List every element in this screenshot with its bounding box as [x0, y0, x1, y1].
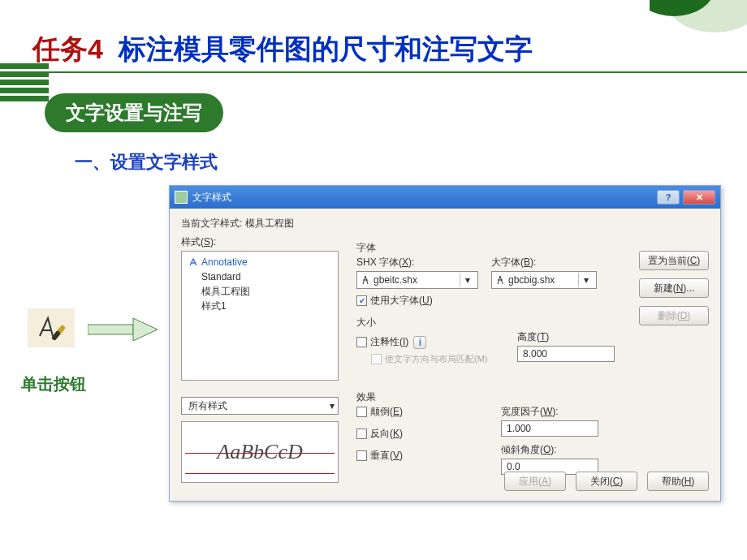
new-button[interactable]: 新建(N)... — [639, 278, 709, 298]
chevron-down-icon: ▾ — [460, 273, 474, 287]
help-button[interactable]: 帮助(H) — [647, 472, 709, 491]
delete-button: 删除(D) — [639, 306, 709, 325]
annotative-icon — [188, 257, 198, 267]
help-titlebar-button[interactable]: ? — [657, 190, 680, 205]
list-item[interactable]: 样式1 — [188, 299, 331, 313]
style-filter-select[interactable]: 所有样式 ▾ — [181, 397, 339, 415]
oblique-angle-label: 倾斜角度(O): — [501, 443, 598, 457]
dialog-title: 文字样式 — [192, 191, 231, 205]
svg-marker-1 — [133, 318, 158, 341]
big-font-select[interactable]: gbcbig.shx ▾ — [491, 271, 597, 289]
text-style-dialog: 文字样式 ? ✕ 当前文字样式: 模具工程图 样式(S): Annotative… — [169, 185, 721, 502]
close-icon[interactable]: ✕ — [683, 190, 715, 205]
section-tag: 文字设置与注写 — [45, 93, 223, 132]
info-icon[interactable]: i — [413, 336, 426, 349]
height-input[interactable]: 8.000 — [517, 346, 615, 362]
corner-decoration — [650, 0, 747, 49]
match-orientation-checkbox: 使文字方向与布局匹配(M) — [356, 354, 494, 364]
style-preview: AaBbCcD — [181, 421, 339, 483]
list-item[interactable]: Standard — [188, 269, 331, 284]
compass-icon — [495, 275, 505, 285]
dialog-icon — [175, 191, 188, 204]
left-bars-decoration — [0, 63, 49, 101]
text-style-icon — [28, 308, 75, 347]
compass-icon — [361, 275, 370, 285]
svg-rect-0 — [88, 325, 133, 334]
title-underline — [0, 71, 747, 73]
list-item[interactable]: 模具工程图 — [188, 284, 331, 299]
annotative-checkbox[interactable]: 注释性(I) i — [356, 335, 494, 349]
icon-caption: 单击按钮 — [21, 373, 86, 395]
shx-font-label: SHX 字体(X): — [356, 256, 478, 269]
section-heading: 一、设置文字样式 — [75, 150, 218, 174]
set-current-button[interactable]: 置为当前(C) — [639, 251, 709, 270]
list-item[interactable]: Annotative — [188, 255, 331, 269]
current-style-row: 当前文字样式: 模具工程图 — [181, 217, 709, 230]
font-group: 字体 SHX 字体(X): gbeitc.shx ▾ 大字体(B): gbcbi… — [348, 248, 623, 317]
apply-button: 应用(A) — [504, 472, 566, 491]
backwards-checkbox[interactable]: 反向(K) — [356, 427, 478, 441]
task-name: 标注模具零件图的尺寸和注写文字 — [110, 33, 532, 64]
size-group: 大小 注释性(I) i 使文字方向与布局匹配(M) 高度(T) — [348, 322, 623, 392]
big-font-label: 大字体(B): — [491, 256, 597, 269]
arrow-icon — [88, 315, 161, 344]
task-number: 任务4 — [32, 33, 103, 64]
chevron-down-icon: ▾ — [330, 400, 335, 411]
vertical-checkbox[interactable]: 垂直(V) — [356, 449, 478, 463]
styles-listbox[interactable]: Annotative Standard 模具工程图 样式1 — [181, 251, 339, 381]
close-button[interactable]: 关闭(C) — [576, 472, 637, 491]
slide-title: 任务4 标注模具零件图的尺寸和注写文字 — [32, 31, 533, 68]
dialog-titlebar[interactable]: 文字样式 ? ✕ — [170, 186, 720, 209]
width-factor-label: 宽度因子(W): — [501, 405, 598, 419]
width-factor-input[interactable]: 1.000 — [501, 420, 598, 437]
shx-font-select[interactable]: gbeitc.shx ▾ — [356, 271, 478, 289]
chevron-down-icon: ▾ — [578, 273, 593, 287]
use-big-font-checkbox[interactable]: ✔ 使用大字体(U) — [356, 294, 615, 308]
upside-down-checkbox[interactable]: 颠倒(E) — [356, 405, 478, 419]
height-label: 高度(T) — [517, 330, 615, 344]
